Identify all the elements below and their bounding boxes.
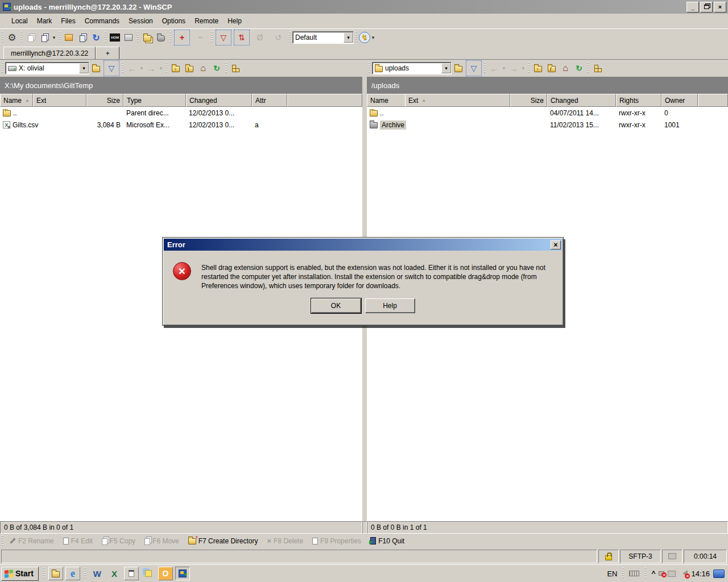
fkey-f7-create-directory[interactable]: * F7 Create Directory bbox=[184, 535, 263, 547]
column-header-attr[interactable]: Attr bbox=[252, 94, 287, 107]
quicklaunch-folder-icon[interactable] bbox=[48, 567, 63, 580]
help-button[interactable]: Help bbox=[365, 298, 415, 313]
package-icon[interactable] bbox=[62, 31, 76, 44]
refresh-directory-icon[interactable]: ↻ bbox=[572, 61, 586, 75]
menu-commands[interactable]: Commands bbox=[80, 15, 124, 27]
toolbar-gripper[interactable] bbox=[169, 32, 171, 43]
table-row-selected[interactable]: Archive 11/02/2013 15... rwxr-xr-x 1001 bbox=[367, 119, 728, 131]
transfer-preset-combo[interactable]: Default ▾ bbox=[292, 31, 354, 44]
table-row[interactable]: ↑.. Parent direc... 12/02/2013 0... bbox=[0, 107, 362, 119]
winscp-taskbar-icon[interactable] bbox=[175, 567, 190, 580]
menu-local[interactable]: Local bbox=[7, 15, 32, 27]
security-alert-flag-icon[interactable] bbox=[659, 571, 664, 576]
internet-explorer-icon[interactable]: e bbox=[65, 567, 80, 580]
column-header-size[interactable]: Size bbox=[510, 94, 547, 107]
forward-icon[interactable]: → bbox=[507, 61, 520, 75]
local-path-bar[interactable]: X:\My documents\GiltTemp bbox=[0, 77, 362, 94]
column-header-ext[interactable]: Ext ▲ bbox=[405, 94, 510, 107]
stored-sessions-icon[interactable] bbox=[24, 31, 38, 44]
notes-icon[interactable] bbox=[141, 567, 156, 580]
menu-options[interactable]: Options bbox=[158, 15, 190, 27]
toolbar-gripper[interactable] bbox=[528, 63, 530, 74]
local-filter-icon[interactable]: ▽ bbox=[105, 61, 118, 75]
back-dropdown-icon[interactable]: ▾ bbox=[501, 65, 507, 71]
preferences-gear-icon[interactable]: ⚙ bbox=[5, 31, 19, 44]
fkey-f10-quit[interactable]: F10 Quit bbox=[366, 535, 409, 547]
compare-directories-icon[interactable]: ⇅ bbox=[235, 31, 249, 44]
toolbar-gripper[interactable] bbox=[166, 63, 167, 74]
restore-button[interactable] bbox=[700, 2, 713, 13]
parent-directory-icon[interactable]: ↑ bbox=[169, 61, 183, 75]
minimize-button[interactable]: _ bbox=[686, 2, 699, 13]
duplicate-session-icon[interactable] bbox=[38, 31, 51, 44]
root-directory-icon[interactable]: \ bbox=[183, 61, 196, 75]
fkey-f8-delete[interactable]: × F8 Delete bbox=[262, 535, 308, 547]
language-indicator[interactable]: EN bbox=[607, 569, 617, 578]
toolbar-gripper[interactable] bbox=[122, 63, 123, 74]
toolbar-gripper[interactable] bbox=[20, 32, 22, 43]
toolbar-gripper[interactable] bbox=[211, 32, 213, 43]
tray-expand-chevron-icon[interactable]: ^ bbox=[651, 569, 655, 577]
start-button[interactable]: Start bbox=[1, 567, 39, 581]
menu-remote[interactable]: Remote bbox=[190, 15, 223, 27]
parent-directory-icon[interactable]: ↑ bbox=[531, 61, 545, 75]
fkey-f2-rename[interactable]: F2 Rename bbox=[5, 535, 59, 547]
tree-view-icon[interactable] bbox=[591, 61, 605, 75]
dialog-close-button[interactable]: × bbox=[551, 240, 561, 250]
outlook-icon[interactable]: O bbox=[158, 567, 173, 580]
session-tab[interactable]: merrilllynch@172.20.3.22 bbox=[3, 47, 96, 59]
back-dropdown-icon[interactable]: ▾ bbox=[139, 65, 144, 71]
remote-directory-combo[interactable]: uploads ▾ bbox=[372, 62, 452, 74]
toolbar-gripper[interactable] bbox=[137, 32, 139, 43]
toolbar-gripper[interactable] bbox=[105, 32, 106, 43]
show-desktop-icon[interactable] bbox=[713, 569, 725, 578]
unselect-all-icon[interactable]: Ø bbox=[253, 31, 267, 44]
new-session-tab[interactable]: + bbox=[96, 47, 119, 59]
menu-mark[interactable]: Mark bbox=[32, 15, 57, 27]
keyboard-icon[interactable] bbox=[629, 571, 639, 576]
forward-icon[interactable]: → bbox=[144, 61, 158, 75]
open-directory-icon[interactable] bbox=[89, 61, 103, 75]
remote-path-bar[interactable]: /uploads bbox=[367, 77, 728, 94]
close-button[interactable]: × bbox=[714, 2, 726, 13]
toolbar-gripper[interactable] bbox=[2, 63, 3, 74]
column-header-name[interactable]: Name ▲ bbox=[0, 94, 33, 107]
add-to-explorer-icon[interactable] bbox=[122, 31, 135, 44]
ok-button[interactable]: OK bbox=[311, 298, 361, 313]
table-row[interactable]: XaGilts.csv 3,084 B Microsoft Ex... 12/0… bbox=[0, 119, 362, 131]
back-icon[interactable]: ← bbox=[487, 61, 501, 75]
combo-dropdown-icon[interactable]: ▾ bbox=[441, 63, 451, 73]
toolbar-gripper[interactable] bbox=[59, 32, 60, 43]
toolbar-gripper[interactable] bbox=[588, 63, 589, 74]
fkey-f6-move[interactable]: F6 Move bbox=[140, 535, 184, 547]
combo-dropdown-icon[interactable]: ▾ bbox=[344, 32, 353, 43]
paste-icon[interactable] bbox=[76, 31, 89, 44]
menu-session[interactable]: Session bbox=[124, 15, 158, 27]
toolbar-gripper[interactable] bbox=[355, 32, 357, 43]
combo-dropdown-icon[interactable]: ▾ bbox=[79, 63, 89, 73]
forward-dropdown-icon[interactable]: ▾ bbox=[158, 65, 164, 71]
forward-dropdown-icon[interactable]: ▾ bbox=[520, 65, 526, 71]
duplicate-dropdown-icon[interactable]: ▾ bbox=[51, 35, 57, 40]
network-tray-icon[interactable] bbox=[668, 571, 676, 577]
transfer-settings-icon[interactable]: ↯ bbox=[359, 32, 370, 43]
column-header-size[interactable]: Size bbox=[86, 94, 123, 107]
window-app-icon[interactable] bbox=[124, 567, 139, 580]
synchronize-icon[interactable] bbox=[140, 31, 154, 44]
fkey-f4-edit[interactable]: F4 Edit bbox=[59, 535, 97, 547]
toolbar-gripper[interactable] bbox=[369, 63, 370, 74]
transfer-settings-dropdown-icon[interactable]: ▾ bbox=[370, 35, 376, 40]
volume-muted-icon[interactable] bbox=[679, 570, 688, 577]
menu-help[interactable]: Help bbox=[223, 15, 246, 27]
console-hom-icon[interactable]: HOM bbox=[108, 31, 122, 44]
column-header-rights[interactable]: Rights bbox=[616, 94, 661, 107]
open-directory-icon[interactable] bbox=[452, 61, 465, 75]
tree-view-icon[interactable] bbox=[229, 61, 242, 75]
toolbar-gripper[interactable] bbox=[2, 32, 3, 43]
toolbar-gripper[interactable] bbox=[2, 535, 3, 547]
home-directory-icon[interactable]: ⌂ bbox=[559, 61, 572, 75]
filter-icon[interactable]: ▽ bbox=[217, 31, 230, 44]
fkey-f9-properties[interactable]: F9 Properties bbox=[308, 535, 366, 547]
find-files-icon[interactable] bbox=[154, 31, 168, 44]
column-header-type[interactable]: Type bbox=[123, 94, 186, 107]
